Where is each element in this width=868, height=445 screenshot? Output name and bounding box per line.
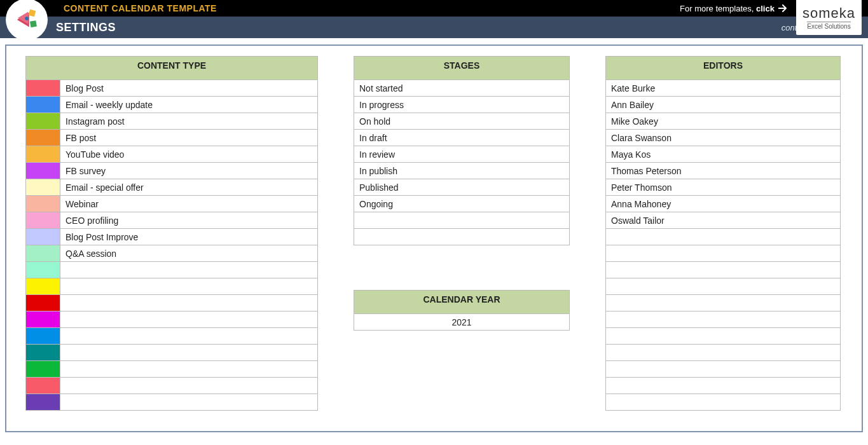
editor-row bbox=[606, 394, 841, 411]
color-swatch[interactable] bbox=[26, 196, 60, 212]
color-swatch[interactable] bbox=[26, 80, 60, 97]
color-swatch[interactable] bbox=[26, 179, 60, 196]
content-type-cell[interactable]: Instagram post bbox=[60, 113, 318, 130]
editor-cell[interactable] bbox=[606, 245, 841, 262]
editor-cell[interactable] bbox=[606, 378, 841, 394]
stage-row: Not started bbox=[354, 80, 570, 97]
editor-cell[interactable] bbox=[606, 278, 841, 295]
content-type-cell[interactable] bbox=[60, 394, 318, 411]
editor-cell[interactable] bbox=[606, 345, 841, 361]
color-swatch[interactable] bbox=[26, 146, 60, 163]
color-swatch[interactable] bbox=[26, 278, 60, 295]
editor-cell[interactable] bbox=[606, 295, 841, 312]
content-type-row bbox=[26, 345, 318, 361]
editor-cell[interactable] bbox=[606, 361, 841, 378]
content-type-cell[interactable] bbox=[60, 262, 318, 278]
content-type-cell[interactable]: Email - weekly update bbox=[60, 97, 318, 113]
editors-header: EDITORS bbox=[606, 57, 841, 80]
stage-row: Published bbox=[354, 179, 570, 196]
content-type-cell[interactable]: CEO profiling bbox=[60, 212, 318, 229]
editor-row bbox=[606, 245, 841, 262]
editor-row bbox=[606, 378, 841, 394]
color-swatch[interactable] bbox=[26, 262, 60, 278]
content-type-cell[interactable]: FB survey bbox=[60, 163, 318, 179]
content-type-cell[interactable] bbox=[60, 295, 318, 312]
content-type-row: Q&A session bbox=[26, 245, 318, 262]
color-swatch[interactable] bbox=[26, 97, 60, 113]
content-type-row: FB post bbox=[26, 130, 318, 146]
stages-table: STAGES Not startedIn progressOn holdIn d… bbox=[354, 56, 570, 245]
stage-cell[interactable]: In review bbox=[354, 146, 570, 163]
editor-row bbox=[606, 262, 841, 278]
content-type-cell[interactable] bbox=[60, 378, 318, 394]
editor-cell[interactable]: Maya Kos bbox=[606, 146, 841, 163]
editor-row: Kate Burke bbox=[606, 80, 841, 97]
color-swatch[interactable] bbox=[26, 345, 60, 361]
svg-point-4 bbox=[25, 17, 29, 20]
content-type-cell[interactable]: FB post bbox=[60, 130, 318, 146]
calendar-year-cell[interactable]: 2021 bbox=[354, 314, 570, 331]
stage-cell[interactable]: In publish bbox=[354, 163, 570, 179]
stage-cell[interactable] bbox=[354, 212, 570, 229]
color-swatch[interactable] bbox=[26, 229, 60, 245]
color-swatch[interactable] bbox=[26, 245, 60, 262]
editor-cell[interactable]: Kate Burke bbox=[606, 80, 841, 97]
editor-cell[interactable]: Anna Mahoney bbox=[606, 196, 841, 212]
editor-row bbox=[606, 312, 841, 328]
editor-row: Maya Kos bbox=[606, 146, 841, 163]
color-swatch[interactable] bbox=[26, 361, 60, 378]
content-type-row: Blog Post bbox=[26, 80, 318, 97]
stage-row: In publish bbox=[354, 163, 570, 179]
content-type-cell[interactable]: YouTube video bbox=[60, 146, 318, 163]
stage-cell[interactable] bbox=[354, 229, 570, 245]
editor-cell[interactable] bbox=[606, 394, 841, 411]
content-type-table: CONTENT TYPE Blog PostEmail - weekly upd… bbox=[25, 56, 318, 411]
editor-cell[interactable] bbox=[606, 229, 841, 245]
editor-cell[interactable]: Oswald Tailor bbox=[606, 212, 841, 229]
brand-logo[interactable]: someka Excel Solutions bbox=[796, 0, 862, 35]
content-type-cell[interactable] bbox=[60, 328, 318, 345]
editor-cell[interactable]: Clara Swanson bbox=[606, 130, 841, 146]
template-title: CONTENT CALENDAR TEMPLATE bbox=[64, 3, 217, 13]
page-title: SETTINGS bbox=[56, 21, 116, 34]
content-type-cell[interactable]: Blog Post Improve bbox=[60, 229, 318, 245]
stage-cell[interactable]: In draft bbox=[354, 130, 570, 146]
content-type-cell[interactable] bbox=[60, 361, 318, 378]
brand-name: someka bbox=[803, 5, 855, 22]
content-type-cell[interactable] bbox=[60, 312, 318, 328]
color-swatch[interactable] bbox=[26, 295, 60, 312]
color-swatch[interactable] bbox=[26, 312, 60, 328]
content-type-row bbox=[26, 312, 318, 328]
editor-cell[interactable] bbox=[606, 312, 841, 328]
editor-row: Anna Mahoney bbox=[606, 196, 841, 212]
editor-cell[interactable]: Thomas Peterson bbox=[606, 163, 841, 179]
content-type-cell[interactable]: Blog Post bbox=[60, 80, 318, 97]
stage-cell[interactable]: Ongoing bbox=[354, 196, 570, 212]
stage-cell[interactable]: On hold bbox=[354, 113, 570, 130]
editor-cell[interactable] bbox=[606, 328, 841, 345]
content-type-cell[interactable]: Webinar bbox=[60, 196, 318, 212]
editor-row bbox=[606, 229, 841, 245]
more-templates-link[interactable]: For more templates, click bbox=[680, 4, 787, 13]
color-swatch[interactable] bbox=[26, 328, 60, 345]
color-swatch[interactable] bbox=[26, 378, 60, 394]
stage-cell[interactable]: Not started bbox=[354, 80, 570, 97]
color-swatch[interactable] bbox=[26, 394, 60, 411]
content-type-cell[interactable]: Q&A session bbox=[60, 245, 318, 262]
content-type-cell[interactable]: Email - special offer bbox=[60, 179, 318, 196]
color-swatch[interactable] bbox=[26, 163, 60, 179]
color-swatch[interactable] bbox=[26, 130, 60, 146]
editor-cell[interactable]: Mike Oakey bbox=[606, 113, 841, 130]
color-swatch[interactable] bbox=[26, 113, 60, 130]
color-swatch[interactable] bbox=[26, 212, 60, 229]
content-type-cell[interactable] bbox=[60, 278, 318, 295]
stage-cell[interactable]: Published bbox=[354, 179, 570, 196]
editor-cell[interactable]: Ann Bailey bbox=[606, 97, 841, 113]
content-type-cell[interactable] bbox=[60, 345, 318, 361]
editor-row bbox=[606, 345, 841, 361]
editor-cell[interactable]: Peter Thomson bbox=[606, 179, 841, 196]
stage-cell[interactable]: In progress bbox=[354, 97, 570, 113]
more-templates-text: For more templates, click bbox=[680, 4, 775, 13]
content-type-row: Email - weekly update bbox=[26, 97, 318, 113]
editor-cell[interactable] bbox=[606, 262, 841, 278]
